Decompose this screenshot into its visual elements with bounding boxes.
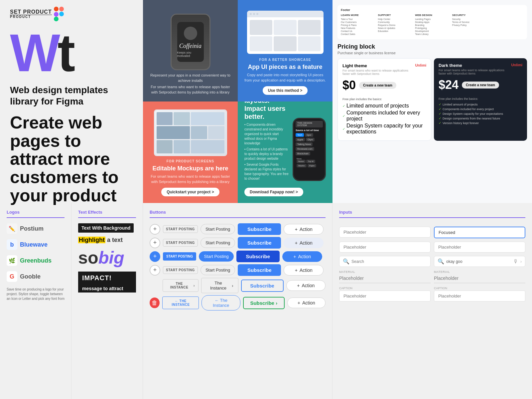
dark-create-btn[interactable]: Create a new team (462, 82, 499, 89)
subscribe-dark-3[interactable]: Subscribe (236, 251, 280, 262)
bluewave-icon: b (7, 239, 17, 250)
dark-feature-3: Design System capacity for your expectat… (443, 112, 503, 115)
footer-mockup: Footer LEARN MORE Take a Tour Our Custom… (337, 5, 527, 39)
button-row-3: + START POSTING Start Posting Subscribe … (150, 251, 326, 262)
wt-w: W (10, 26, 58, 80)
start-posting-outline-4[interactable]: START POSTING (163, 266, 198, 274)
action-light-2[interactable]: + Action (284, 238, 324, 248)
plus-btn-4[interactable]: + (150, 265, 160, 276)
logo-set: SET PRODUCT (10, 9, 52, 15)
start-posting-outline-2[interactable]: START POSTING (163, 239, 198, 247)
trash-btn-6[interactable]: 🗑 (150, 298, 160, 308)
bottom-section: Logos ✏️ Postium b Bluewave 🌿 Greenbuds … (0, 203, 532, 399)
caption-label-1: Caption (339, 287, 431, 290)
svg-point-4 (59, 12, 64, 16)
subscribe-green-6[interactable]: Subscribe › (243, 297, 285, 309)
pricing-light-card: Light theme For smart teams who want to … (337, 58, 431, 141)
subscribe-solid-2[interactable]: Subscribe (238, 237, 281, 249)
start-posting-filled-3[interactable]: Start Posting (199, 251, 233, 262)
plus-btn-2[interactable]: + (150, 238, 160, 248)
start-posting-solid-3[interactable]: START POSTING (163, 252, 196, 261)
input-field-focused[interactable] (434, 227, 525, 238)
start-posting-ghost-1[interactable]: Start Posting (200, 224, 235, 234)
material-input-1: MATERIAL (339, 270, 431, 283)
use-this-method-button[interactable]: Use this method > (263, 86, 308, 95)
search-input-empty[interactable] (351, 259, 427, 264)
instance-ghost-5[interactable]: The Instance › (201, 278, 238, 293)
input-search-filled[interactable]: 🔍 🎙 › (434, 256, 525, 267)
material-input-2: MATERIAL (434, 270, 525, 283)
te-big-effect: so big (78, 248, 136, 268)
card2-desc: Copy and paste into most storytelling UI… (244, 73, 326, 83)
button-row-5: + THE INSTANCE › The Instance › Subscrib… (150, 278, 326, 293)
card3-desc: For smart teams who want to release apps… (150, 174, 231, 184)
action-outline-6[interactable]: + Action (287, 298, 326, 308)
logo-product: PRODUCT (10, 15, 52, 19)
caption-field-1[interactable] (339, 291, 431, 301)
greenbuds-icon: 🌿 (7, 255, 17, 266)
quickstart-button[interactable]: Quickstart your project > (161, 188, 219, 196)
search-input-filled[interactable] (446, 259, 511, 264)
product-cards: Coffeinia Keeps you motivated Represent … (143, 0, 332, 203)
light-unlimited: Unlimi (415, 63, 426, 67)
material-label-2: MATERIAL (434, 270, 525, 274)
card3-title: Editable Mockups are here (152, 165, 228, 172)
caption-input-2: Caption (434, 287, 525, 301)
light-theme-desc: For smart teams who want to release appl… (342, 69, 415, 76)
material-field-2[interactable] (434, 274, 525, 283)
dark-feature-5: Version history kept forever (443, 121, 479, 125)
card2-title: App UI pieces as a feature (248, 64, 322, 71)
card4-title: Move nested objects. Create more layouts… (244, 101, 289, 120)
te-highlight-effect: Highlight a text (78, 237, 136, 244)
dark-theme-label: Dark theme (439, 63, 511, 68)
instance-blue-outline-6[interactable]: ← THE INSTANCE (162, 297, 199, 309)
subscribe-solid-4[interactable]: Subscribe (238, 264, 281, 276)
instance-arrow-ghost-6[interactable]: ← The Instance (201, 295, 240, 310)
dark-feature-2: Components included for every project (443, 107, 494, 111)
instance-outline-5[interactable]: THE INSTANCE › (163, 279, 198, 292)
download-fapapp-button[interactable]: Download Fapapp now! > (244, 188, 303, 196)
start-posting-outline-1[interactable]: START POSTING (163, 225, 198, 233)
pricing-title: Pricing block (337, 43, 527, 50)
material-field-1[interactable] (339, 274, 431, 283)
button-row-4: + START POSTING Start Posting Subscribe … (150, 264, 326, 276)
caption-label-2: Caption (434, 287, 525, 290)
dark-theme-desc: For smart teams who want to release appl… (439, 69, 511, 75)
logo: SET PRODUCT PRODUCT (10, 7, 64, 21)
subscribe-outline-5[interactable]: Subscribe (241, 280, 284, 292)
input-placeholder-3 (434, 242, 525, 253)
subscribe-solid-1[interactable]: Subscribe (238, 223, 281, 235)
start-posting-ghost-2[interactable]: Start Posting (200, 238, 235, 248)
logo-postium: ✏️ Postium (7, 223, 65, 234)
light-feature-1: Limited amount of projects (346, 103, 409, 109)
footer-section-label: Footer (341, 8, 524, 12)
button-row-2: + START POSTING Start Posting Subscribe … (150, 237, 326, 249)
card-mockups: FOR PRODUCT SCREENS Editable Mockups are… (143, 101, 238, 203)
svg-rect-0 (54, 7, 59, 11)
logo-bluewave: b Bluewave (7, 239, 65, 250)
te-normal-word: a text (105, 237, 123, 243)
light-create-btn[interactable]: Create a new team (359, 82, 396, 89)
action-outline-5[interactable]: + Action (286, 280, 326, 291)
start-posting-ghost-4[interactable]: Start Posting (200, 265, 235, 275)
card2-label: FOR A BETTER SHOWCASE (259, 58, 311, 62)
input-search-empty[interactable]: 🔍 (339, 256, 431, 267)
action-outline-1[interactable]: + Action (284, 224, 324, 235)
logo-gooble: G Gooble (7, 271, 65, 282)
action-outline-4[interactable]: + Action (284, 265, 324, 276)
plus-btn-1[interactable]: + (150, 224, 160, 235)
te-big-text: big (98, 248, 124, 268)
caption-field-2[interactable] (434, 291, 525, 301)
input-field-placeholder-2[interactable] (339, 242, 431, 253)
postium-icon: ✏️ (7, 223, 17, 234)
logos-column: Logos ✏️ Postium b Bluewave 🌿 Greenbuds … (0, 203, 71, 399)
action-blue-3[interactable]: + Action (282, 251, 322, 262)
light-price: $0 (342, 78, 356, 92)
logos-title: Logos (7, 210, 65, 215)
input-field-placeholder-1[interactable] (339, 227, 431, 238)
plus-btn-blue-3[interactable]: + (150, 251, 160, 262)
card-app-ui: FOR A BETTER SHOWCASE App UI pieces as a… (238, 0, 332, 101)
dark-price: $24 (439, 78, 459, 92)
input-field-placeholder-3[interactable] (434, 242, 525, 253)
big-headline: Create web pages to attract more custome… (10, 113, 133, 204)
